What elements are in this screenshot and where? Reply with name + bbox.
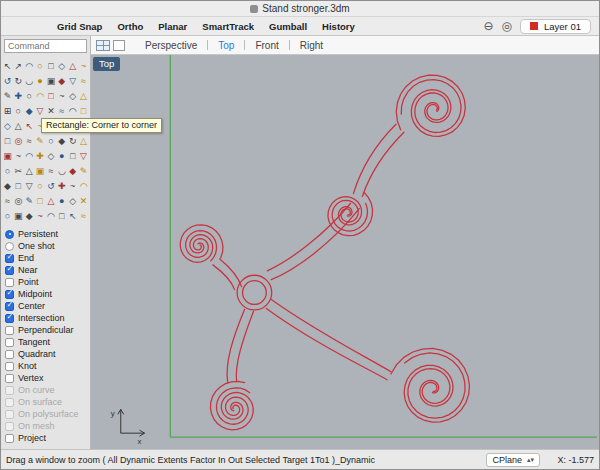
osnap-midpoint[interactable]: Midpoint xyxy=(1,288,90,300)
tool-icon-r9c5[interactable]: ↺ xyxy=(46,178,57,193)
tool-icon-r11c1[interactable]: ○ xyxy=(2,208,13,223)
tool-icon-r3c4[interactable]: ◠ xyxy=(35,88,46,103)
tool-icon-r1c6[interactable]: ◇ xyxy=(56,58,67,73)
checkbox[interactable] xyxy=(5,278,14,287)
tool-icon-r1c2[interactable]: ↗ xyxy=(13,58,24,73)
checkbox[interactable] xyxy=(5,350,14,359)
record-circle-icon[interactable]: ◎ xyxy=(502,20,512,32)
tool-icon-r8c8[interactable]: ✎ xyxy=(78,163,89,178)
tool-icon-r4c3[interactable]: ◆ xyxy=(24,103,35,118)
tab-front[interactable]: Front xyxy=(245,40,288,51)
osnap-tangent[interactable]: Tangent xyxy=(1,336,90,348)
radio-indicator[interactable] xyxy=(5,230,14,239)
tool-icon-r2c1[interactable]: ↺ xyxy=(2,73,13,88)
tool-icon-r10c2[interactable]: ◎ xyxy=(13,193,24,208)
tool-icon-r9c1[interactable]: ◆ xyxy=(2,178,13,193)
tool-icon-r6c4[interactable]: ✎ xyxy=(35,133,46,148)
tool-icon-r8c5[interactable]: ≈ xyxy=(46,163,57,178)
tool-icon-r7c1[interactable]: ▣ xyxy=(2,148,13,163)
checkbox[interactable] xyxy=(5,362,14,371)
command-input[interactable] xyxy=(4,39,87,53)
tool-icon-r2c2[interactable]: ↻ xyxy=(13,73,24,88)
tool-icon-r9c6[interactable]: ✚ xyxy=(56,178,67,193)
tool-icon-r10c1[interactable]: ≈ xyxy=(2,193,13,208)
tool-icon-r4c5[interactable]: ✕ xyxy=(46,103,57,118)
osnap-vertex[interactable]: Vertex xyxy=(1,372,90,384)
checkbox[interactable] xyxy=(5,302,14,311)
osnap-quadrant[interactable]: Quadrant xyxy=(1,348,90,360)
tool-icon-r3c3[interactable]: ○ xyxy=(24,88,35,103)
menu-history[interactable]: History xyxy=(322,21,355,32)
tool-icon-r2c3[interactable]: ◡ xyxy=(24,73,35,88)
tool-icon-r10c7[interactable]: ◇ xyxy=(67,193,78,208)
osnap-perpendicular[interactable]: Perpendicular xyxy=(1,324,90,336)
tab-perspective[interactable]: Perspective xyxy=(135,40,207,51)
tool-icon-r10c6[interactable]: ● xyxy=(56,193,67,208)
tool-icon-r6c5[interactable]: ○ xyxy=(46,133,57,148)
radio-one-shot[interactable]: One shot xyxy=(1,240,90,252)
tool-icon-r2c8[interactable]: ≈ xyxy=(78,73,89,88)
tool-icon-r7c2[interactable]: ~ xyxy=(13,148,24,163)
tool-icon-r5c2[interactable]: △ xyxy=(13,118,24,133)
tool-icon-r11c5[interactable]: ◠ xyxy=(46,208,57,223)
tab-top[interactable]: Top xyxy=(208,40,244,51)
tool-icon-r3c1[interactable]: ✎ xyxy=(2,88,13,103)
tool-icon-r1c8[interactable]: ~ xyxy=(78,58,89,73)
tool-icon-r3c6[interactable]: ~ xyxy=(56,88,67,103)
tool-icon-r9c3[interactable]: ▽ xyxy=(24,178,35,193)
tool-icon-r6c2[interactable]: ◎ xyxy=(13,133,24,148)
osnap-point[interactable]: Point xyxy=(1,276,90,288)
checkbox[interactable] xyxy=(5,266,14,275)
tool-icon-r8c1[interactable]: ○ xyxy=(2,163,13,178)
minus-circle-icon[interactable]: ⊖ xyxy=(483,20,493,32)
tool-icon-r10c5[interactable]: △ xyxy=(46,193,57,208)
tool-icon-r11c2[interactable]: ▣ xyxy=(13,208,24,223)
tool-icon-r6c8[interactable]: △ xyxy=(78,133,89,148)
tool-icon-r8c6[interactable]: ◡ xyxy=(56,163,67,178)
checkbox[interactable] xyxy=(5,374,14,383)
tool-icon-r9c2[interactable]: □ xyxy=(13,178,24,193)
tool-icon-r7c7[interactable]: □ xyxy=(67,148,78,163)
tool-icon-r7c8[interactable]: ▽ xyxy=(78,148,89,163)
menu-ortho[interactable]: Ortho xyxy=(117,21,143,32)
osnap-near[interactable]: Near xyxy=(1,264,90,276)
tool-icon-r2c7[interactable]: ▽ xyxy=(67,73,78,88)
tool-icon-r1c3[interactable]: ◠ xyxy=(24,58,35,73)
checkbox[interactable] xyxy=(5,434,14,443)
tool-icon-r10c3[interactable]: ✎ xyxy=(24,193,35,208)
tool-icon-r3c5[interactable]: □ xyxy=(46,88,57,103)
viewport-canvas[interactable]: y x Top xyxy=(91,55,599,449)
checkbox[interactable] xyxy=(5,338,14,347)
tool-icon-r9c7[interactable]: ~ xyxy=(67,178,78,193)
osnap-center[interactable]: Center xyxy=(1,300,90,312)
tool-icon-r11c3[interactable]: ◆ xyxy=(24,208,35,223)
tool-icon-r2c5[interactable]: ▣ xyxy=(46,73,57,88)
tool-icon-r8c7[interactable]: ◆ xyxy=(67,163,78,178)
tool-icon-r4c4[interactable]: ▽ xyxy=(35,103,46,118)
tool-icon-r1c4[interactable]: ○ xyxy=(35,58,46,73)
tool-icon-r1c1[interactable]: ↖ xyxy=(2,58,13,73)
checkbox[interactable] xyxy=(5,314,14,323)
tool-icon-r9c4[interactable]: ○ xyxy=(35,178,46,193)
tool-icon-r9c8[interactable]: ◠ xyxy=(78,178,89,193)
tool-icon-r5c3[interactable]: ↖ xyxy=(24,118,35,133)
tool-icon-r2c4[interactable]: ● xyxy=(35,73,46,88)
menu-gumball[interactable]: Gumball xyxy=(269,21,307,32)
tool-icon-r8c2[interactable]: ✂ xyxy=(13,163,24,178)
tool-icon-r2c6[interactable]: ◆ xyxy=(56,73,67,88)
tool-icon-r8c4[interactable]: ▣ xyxy=(35,163,46,178)
tool-icon-r6c6[interactable]: ◆ xyxy=(56,133,67,148)
radio-indicator[interactable] xyxy=(5,242,14,251)
tool-icon-r5c1[interactable]: ◇ xyxy=(2,118,13,133)
tool-icon-r1c7[interactable]: △ xyxy=(67,58,78,73)
four-view-layout-icon[interactable] xyxy=(96,40,110,51)
checkbox[interactable] xyxy=(5,326,14,335)
tool-icon-r11c7[interactable]: ↖ xyxy=(67,208,78,223)
active-view-badge[interactable]: Top xyxy=(93,57,120,71)
tool-icon-r11c8[interactable]: ≈ xyxy=(78,208,89,223)
tool-icon-r11c4[interactable]: ~ xyxy=(35,208,46,223)
tool-icon-r7c6[interactable]: ● xyxy=(56,148,67,163)
tool-icon-r4c7[interactable]: ◠ xyxy=(67,103,78,118)
checkbox[interactable] xyxy=(5,254,14,263)
osnap-end[interactable]: End xyxy=(1,252,90,264)
